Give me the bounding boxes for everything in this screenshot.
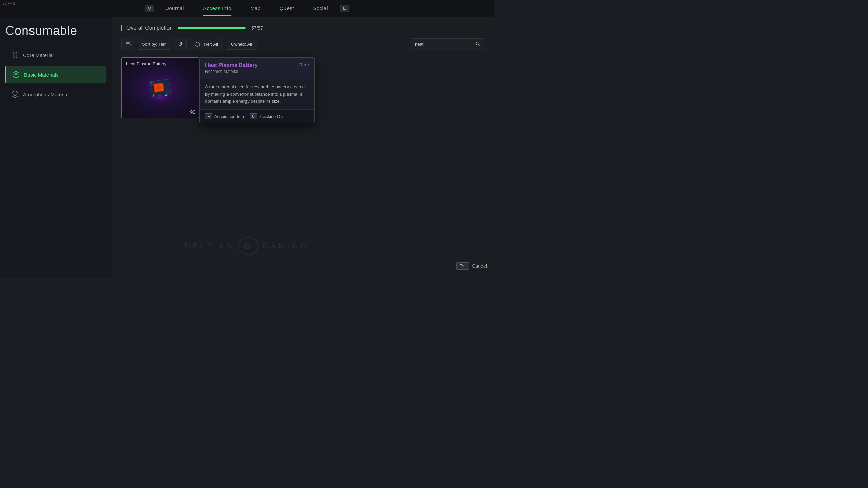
sidebar-item-core-material[interactable]: Core Material [5, 46, 106, 64]
popup-subtitle: Research Material [205, 69, 258, 74]
item-popup: Heat Plasma Battery Research Material Ra… [199, 57, 315, 123]
cancel-button[interactable]: Esc Cancel [456, 262, 487, 270]
search-container [411, 38, 484, 50]
svg-line-12 [479, 45, 480, 46]
search-input[interactable] [411, 39, 472, 49]
svg-marker-0 [12, 52, 18, 58]
item-card-heat-plasma-battery[interactable]: Heat Plasma Battery [121, 57, 199, 118]
core-material-label: Core Material [23, 52, 54, 58]
page-title: Consumable [5, 24, 106, 38]
fps-counter: 72 FPS [3, 1, 15, 5]
reset-icon: ↺ [178, 41, 182, 47]
tracking-label: Tracking On [259, 114, 283, 119]
tab-journal[interactable]: Journal [157, 1, 194, 16]
sidebar-item-basic-materials[interactable]: Basic Materials [5, 66, 106, 83]
popup-body: A rare material used for research. A bat… [200, 79, 314, 109]
owned-label: Owned: All [231, 42, 252, 47]
watermark-right: GAMING [262, 242, 309, 250]
svg-marker-10 [195, 42, 200, 47]
amorphous-material-icon [11, 90, 19, 98]
completion-bar-fill [178, 27, 246, 29]
card-popup-group: Heat Plasma Battery [121, 57, 315, 123]
acquisition-label: Acquisition Info [214, 114, 244, 119]
completion-label: Overall Completion [126, 25, 173, 31]
filter-row: Sort by: Tier ↺ Tier: All Owned: All [121, 38, 484, 50]
svg-text:G: G [244, 242, 253, 251]
sort-label: Sort by: Tier [142, 42, 166, 47]
esc-key: Esc [456, 262, 469, 270]
right-nav-key[interactable]: E [340, 5, 349, 12]
watermark: DELTIAS G GAMING [184, 236, 309, 256]
watermark-logo: G [238, 236, 258, 256]
svg-text:▶: ▶ [165, 93, 167, 97]
core-material-icon [11, 51, 19, 59]
card-item-count: 90 [190, 109, 195, 115]
completion-count: 57/57 [251, 25, 263, 31]
cancel-label: Cancel [472, 263, 487, 269]
tab-access-info[interactable]: Access Info [194, 1, 241, 16]
amorphous-material-label: Amorphous Material [23, 92, 68, 97]
tracking-on-button[interactable]: U Tracking On [250, 113, 283, 119]
reset-filter-button[interactable]: ↺ [174, 38, 187, 50]
acquisition-key: F [205, 113, 212, 119]
top-navigation: 72 FPS Q Journal Access Info Map Quest S… [0, 0, 494, 17]
acquisition-info-button[interactable]: F Acquisition Info [205, 113, 244, 119]
nav-tabs: Q Journal Access Info Map Quest Social E [142, 1, 352, 16]
battery-image: ▶ [142, 72, 179, 104]
svg-point-1 [14, 54, 16, 56]
popup-header-left: Heat Plasma Battery Research Material [205, 62, 258, 74]
tab-map[interactable]: Map [241, 1, 270, 16]
tab-social[interactable]: Social [303, 1, 337, 16]
completion-bar-background [178, 27, 246, 29]
tier-filter-button[interactable]: Tier: All [190, 39, 223, 50]
owned-filter-button[interactable]: Owned: All [226, 39, 257, 50]
sort-icon-button[interactable] [121, 38, 134, 50]
left-nav-key[interactable]: Q [145, 5, 154, 12]
svg-marker-5 [12, 91, 18, 98]
popup-description: A rare material used for research. A bat… [205, 84, 309, 105]
sidebar: Consumable Core Material Basic Materials [0, 17, 112, 277]
items-grid: Heat Plasma Battery [121, 57, 484, 123]
basic-materials-label: Basic Materials [24, 72, 59, 78]
watermark-left: DELTIAS [184, 242, 234, 250]
basic-materials-icon [12, 70, 20, 79]
tracking-key: U [250, 113, 257, 119]
popup-rarity: Rare [299, 62, 309, 67]
popup-title: Heat Plasma Battery [205, 62, 258, 68]
completion-row: Overall Completion 57/57 [121, 25, 484, 31]
svg-point-11 [476, 42, 479, 45]
svg-rect-20 [166, 89, 171, 92]
tier-label: Tier: All [203, 42, 218, 47]
svg-point-4 [15, 74, 17, 75]
sort-by-tier-button[interactable]: Sort by: Tier [137, 39, 171, 50]
popup-actions: F Acquisition Info U Tracking On [200, 109, 314, 123]
search-button[interactable] [472, 39, 484, 50]
card-image-area: ▶ [122, 58, 199, 118]
sidebar-item-amorphous-material[interactable]: Amorphous Material [5, 85, 106, 103]
popup-header: Heat Plasma Battery Research Material Ra… [200, 58, 314, 79]
svg-point-6 [14, 93, 16, 96]
tab-quest[interactable]: Quest [270, 1, 304, 16]
